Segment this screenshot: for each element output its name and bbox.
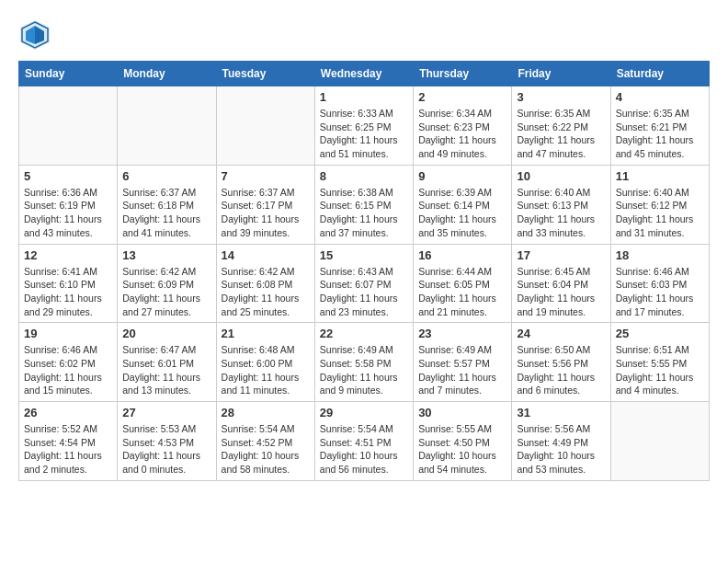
calendar-cell: 18Sunrise: 6:46 AM Sunset: 6:03 PM Dayli…: [610, 244, 709, 323]
day-number: 27: [122, 406, 210, 419]
calendar-cell: 25Sunrise: 6:51 AM Sunset: 5:55 PM Dayli…: [610, 323, 709, 402]
day-number: 19: [24, 327, 112, 340]
day-info: Sunrise: 6:51 AM Sunset: 5:55 PM Dayligh…: [616, 343, 704, 397]
calendar-cell: 7Sunrise: 6:37 AM Sunset: 6:17 PM Daylig…: [216, 165, 314, 244]
calendar-cell: 21Sunrise: 6:48 AM Sunset: 6:00 PM Dayli…: [216, 323, 314, 402]
calendar-week-row: 12Sunrise: 6:41 AM Sunset: 6:10 PM Dayli…: [19, 244, 710, 323]
day-info: Sunrise: 5:54 AM Sunset: 4:52 PM Dayligh…: [222, 422, 310, 477]
day-number: 10: [517, 169, 605, 183]
calendar-cell: 11Sunrise: 6:40 AM Sunset: 6:12 PM Dayli…: [610, 165, 709, 244]
day-info: Sunrise: 6:34 AM Sunset: 6:23 PM Dayligh…: [418, 107, 506, 161]
calendar-week-row: 26Sunrise: 5:52 AM Sunset: 4:54 PM Dayli…: [19, 402, 710, 481]
day-info: Sunrise: 6:48 AM Sunset: 6:00 PM Dayligh…: [222, 343, 310, 397]
calendar-cell: [19, 86, 118, 166]
calendar-cell: 22Sunrise: 6:49 AM Sunset: 5:58 PM Dayli…: [314, 323, 413, 402]
day-number: 8: [320, 169, 408, 183]
calendar-cell: [216, 86, 314, 166]
day-info: Sunrise: 6:41 AM Sunset: 6:10 PM Dayligh…: [24, 265, 112, 319]
weekday-header: Thursday: [414, 62, 512, 86]
day-number: 22: [320, 327, 408, 340]
day-info: Sunrise: 6:49 AM Sunset: 5:57 PM Dayligh…: [418, 343, 506, 397]
day-info: Sunrise: 5:53 AM Sunset: 4:53 PM Dayligh…: [122, 422, 210, 477]
day-info: Sunrise: 6:37 AM Sunset: 6:17 PM Dayligh…: [222, 186, 310, 240]
weekday-header: Saturday: [610, 62, 709, 86]
calendar-cell: 29Sunrise: 5:54 AM Sunset: 4:51 PM Dayli…: [314, 402, 413, 481]
calendar-cell: [610, 402, 709, 481]
day-info: Sunrise: 6:36 AM Sunset: 6:19 PM Dayligh…: [24, 186, 112, 240]
day-number: 12: [24, 248, 112, 262]
day-info: Sunrise: 6:44 AM Sunset: 6:05 PM Dayligh…: [418, 265, 506, 319]
day-info: Sunrise: 6:40 AM Sunset: 6:12 PM Dayligh…: [616, 186, 704, 240]
day-number: 21: [222, 327, 310, 340]
day-info: Sunrise: 5:54 AM Sunset: 4:51 PM Dayligh…: [320, 422, 408, 477]
day-info: Sunrise: 6:46 AM Sunset: 6:03 PM Dayligh…: [616, 265, 704, 319]
calendar-cell: 19Sunrise: 6:46 AM Sunset: 6:02 PM Dayli…: [19, 323, 118, 402]
calendar-cell: 14Sunrise: 6:42 AM Sunset: 6:08 PM Dayli…: [216, 244, 314, 323]
calendar-week-row: 19Sunrise: 6:46 AM Sunset: 6:02 PM Dayli…: [19, 323, 710, 402]
day-number: 25: [616, 327, 704, 340]
day-info: Sunrise: 6:35 AM Sunset: 6:21 PM Dayligh…: [616, 107, 704, 161]
calendar-cell: 17Sunrise: 6:45 AM Sunset: 6:04 PM Dayli…: [512, 244, 610, 323]
day-number: 18: [616, 248, 704, 262]
day-number: 4: [616, 90, 704, 104]
weekday-header-row: SundayMondayTuesdayWednesdayThursdayFrid…: [19, 62, 710, 86]
calendar-cell: 26Sunrise: 5:52 AM Sunset: 4:54 PM Dayli…: [19, 402, 118, 481]
page-header: [18, 18, 710, 52]
calendar-cell: 12Sunrise: 6:41 AM Sunset: 6:10 PM Dayli…: [19, 244, 118, 323]
weekday-header: Wednesday: [314, 62, 413, 86]
day-number: 7: [222, 169, 310, 183]
day-info: Sunrise: 6:42 AM Sunset: 6:09 PM Dayligh…: [122, 265, 210, 319]
day-number: 24: [517, 327, 605, 340]
calendar-cell: 31Sunrise: 5:56 AM Sunset: 4:49 PM Dayli…: [512, 402, 610, 481]
calendar-cell: 15Sunrise: 6:43 AM Sunset: 6:07 PM Dayli…: [314, 244, 413, 323]
day-number: 26: [24, 406, 112, 419]
calendar-cell: [118, 86, 216, 166]
day-info: Sunrise: 6:35 AM Sunset: 6:22 PM Dayligh…: [517, 107, 605, 161]
day-number: 5: [24, 169, 112, 183]
day-info: Sunrise: 6:38 AM Sunset: 6:15 PM Dayligh…: [320, 186, 408, 240]
day-number: 1: [320, 90, 408, 104]
calendar-cell: 13Sunrise: 6:42 AM Sunset: 6:09 PM Dayli…: [118, 244, 216, 323]
day-info: Sunrise: 6:37 AM Sunset: 6:18 PM Dayligh…: [122, 186, 210, 240]
calendar-cell: 24Sunrise: 6:50 AM Sunset: 5:56 PM Dayli…: [512, 323, 610, 402]
day-number: 11: [616, 169, 704, 183]
calendar-week-row: 1Sunrise: 6:33 AM Sunset: 6:25 PM Daylig…: [19, 86, 710, 166]
day-number: 23: [418, 327, 506, 340]
day-number: 29: [320, 406, 408, 419]
calendar-week-row: 5Sunrise: 6:36 AM Sunset: 6:19 PM Daylig…: [19, 165, 710, 244]
day-number: 31: [517, 406, 605, 419]
day-info: Sunrise: 6:46 AM Sunset: 6:02 PM Dayligh…: [24, 343, 112, 397]
day-info: Sunrise: 5:52 AM Sunset: 4:54 PM Dayligh…: [24, 422, 112, 477]
logo: [18, 18, 57, 52]
day-number: 3: [517, 90, 605, 104]
day-number: 6: [122, 169, 210, 183]
day-number: 28: [222, 406, 310, 419]
weekday-header: Tuesday: [216, 62, 314, 86]
day-number: 17: [517, 248, 605, 262]
day-number: 9: [418, 169, 506, 183]
day-number: 30: [418, 406, 506, 419]
day-info: Sunrise: 6:47 AM Sunset: 6:01 PM Dayligh…: [122, 343, 210, 397]
day-info: Sunrise: 6:33 AM Sunset: 6:25 PM Dayligh…: [320, 107, 408, 161]
day-number: 16: [418, 248, 506, 262]
calendar-cell: 4Sunrise: 6:35 AM Sunset: 6:21 PM Daylig…: [610, 86, 709, 166]
calendar-cell: 6Sunrise: 6:37 AM Sunset: 6:18 PM Daylig…: [118, 165, 216, 244]
calendar-cell: 28Sunrise: 5:54 AM Sunset: 4:52 PM Dayli…: [216, 402, 314, 481]
day-info: Sunrise: 6:39 AM Sunset: 6:14 PM Dayligh…: [418, 186, 506, 240]
calendar-cell: 20Sunrise: 6:47 AM Sunset: 6:01 PM Dayli…: [118, 323, 216, 402]
day-info: Sunrise: 6:49 AM Sunset: 5:58 PM Dayligh…: [320, 343, 408, 397]
day-info: Sunrise: 6:50 AM Sunset: 5:56 PM Dayligh…: [517, 343, 605, 397]
day-info: Sunrise: 6:40 AM Sunset: 6:13 PM Dayligh…: [517, 186, 605, 240]
day-number: 20: [122, 327, 210, 340]
calendar-cell: 2Sunrise: 6:34 AM Sunset: 6:23 PM Daylig…: [414, 86, 512, 166]
day-info: Sunrise: 5:56 AM Sunset: 4:49 PM Dayligh…: [517, 422, 605, 477]
calendar-cell: 30Sunrise: 5:55 AM Sunset: 4:50 PM Dayli…: [414, 402, 512, 481]
calendar-cell: 23Sunrise: 6:49 AM Sunset: 5:57 PM Dayli…: [414, 323, 512, 402]
day-info: Sunrise: 5:55 AM Sunset: 4:50 PM Dayligh…: [418, 422, 506, 477]
day-number: 15: [320, 248, 408, 262]
calendar-cell: 5Sunrise: 6:36 AM Sunset: 6:19 PM Daylig…: [19, 165, 118, 244]
weekday-header: Monday: [118, 62, 216, 86]
weekday-header: Friday: [512, 62, 610, 86]
day-number: 14: [222, 248, 310, 262]
day-number: 2: [418, 90, 506, 104]
